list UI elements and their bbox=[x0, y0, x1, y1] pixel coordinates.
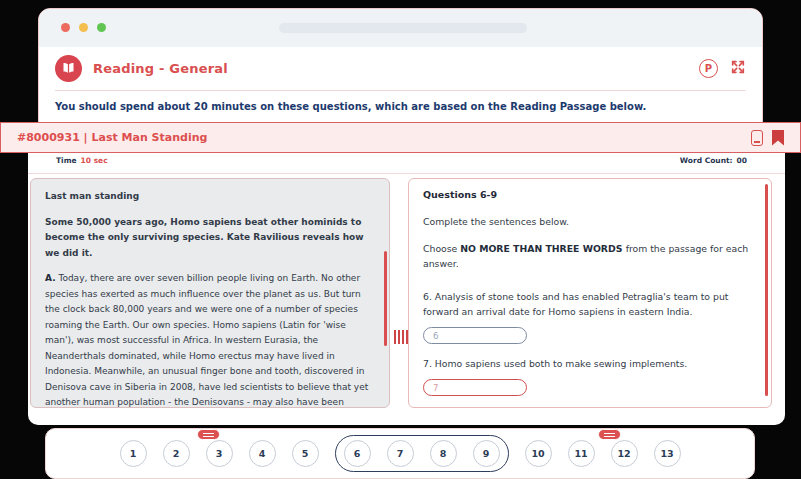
question-number-circle-8[interactable]: 8 bbox=[430, 440, 457, 467]
question-title-bar: #8000931 | Last Man Standing bbox=[0, 122, 801, 153]
passage-paragraph-a: A. Today, there are over seven billion p… bbox=[45, 271, 373, 408]
choose-emphasis: NO MORE THAN THREE WORDS bbox=[460, 243, 625, 254]
page-title: Reading - General bbox=[93, 61, 228, 76]
question-number-circle-4[interactable]: 4 bbox=[249, 440, 276, 467]
panel-resize-grip[interactable] bbox=[394, 330, 408, 344]
minimize-window-icon[interactable] bbox=[79, 23, 88, 32]
test-instruction: You should spend about 20 minutes on the… bbox=[55, 91, 746, 112]
question-number-circle-12[interactable]: 12 bbox=[611, 440, 638, 467]
question-number-circle-11[interactable]: 11 bbox=[568, 440, 595, 467]
question-number-circle-5[interactable]: 5 bbox=[292, 440, 319, 467]
close-window-icon[interactable] bbox=[61, 23, 70, 32]
question-number-circle-13[interactable]: 13 bbox=[654, 440, 681, 467]
word-count-value: 00 bbox=[737, 156, 747, 173]
questions-heading: Questions 6-9 bbox=[423, 189, 753, 200]
p-badge-icon[interactable]: P bbox=[699, 59, 718, 78]
question-pagination-bar: 12345678910111213 bbox=[45, 428, 755, 479]
window-controls bbox=[61, 23, 106, 32]
passage-title: Last man standing bbox=[45, 189, 373, 205]
question-7-text: 7. Homo sapiens used both to make sewing… bbox=[423, 356, 753, 371]
questions-drag-handle[interactable] bbox=[598, 429, 621, 440]
word-count: Word Count: 00 bbox=[680, 156, 747, 173]
paragraph-label: A. bbox=[45, 273, 56, 283]
word-limit-instruction: Choose NO MORE THAN THREE WORDS from the… bbox=[423, 241, 753, 271]
bookmark-icon[interactable] bbox=[772, 130, 784, 146]
time-value: 10 sec bbox=[81, 156, 108, 173]
window-titlebar bbox=[39, 9, 762, 47]
panels-area: Last man standing Some 50,000 years ago,… bbox=[28, 178, 785, 408]
meta-row: Time 10 sec Word Count: 00 bbox=[28, 152, 785, 174]
time-label: Time bbox=[56, 156, 77, 173]
book-icon bbox=[55, 55, 82, 82]
question-6-text: 6. Analysis of stone tools and has enabl… bbox=[423, 289, 753, 319]
maximize-window-icon[interactable] bbox=[97, 23, 106, 32]
fullscreen-icon[interactable] bbox=[730, 59, 746, 79]
question-number-circle-2[interactable]: 2 bbox=[163, 440, 190, 467]
question-number-circle-10[interactable]: 10 bbox=[525, 440, 552, 467]
exam-card: Time 10 sec Word Count: 00 Last man stan… bbox=[28, 152, 785, 425]
question-number-circle-7[interactable]: 7 bbox=[387, 440, 414, 467]
questions-scrollbar[interactable] bbox=[765, 184, 769, 396]
device-icon[interactable] bbox=[751, 130, 763, 146]
pagination-row: 12345678910111213 bbox=[120, 435, 681, 472]
question-number-circle-6[interactable]: 6 bbox=[344, 440, 371, 467]
questions-panel[interactable]: Questions 6-9 Complete the sentences bel… bbox=[408, 178, 772, 408]
answer-input-6[interactable] bbox=[423, 327, 527, 344]
question-number-circle-3[interactable]: 3 bbox=[206, 440, 233, 467]
question-number-circle-1[interactable]: 1 bbox=[120, 440, 147, 467]
address-bar-placeholder bbox=[279, 23, 527, 33]
word-count-label: Word Count: bbox=[680, 156, 733, 173]
active-question-group: 6789 bbox=[335, 435, 509, 472]
paragraph-text: Today, there are over seven billion peop… bbox=[45, 273, 368, 408]
question-id-title: #8000931 | Last Man Standing bbox=[17, 131, 207, 144]
questions-instruction: Complete the sentences below. bbox=[423, 214, 753, 229]
choose-prefix: Choose bbox=[423, 243, 460, 254]
answer-input-7[interactable] bbox=[423, 379, 527, 396]
question-number-circle-9[interactable]: 9 bbox=[473, 440, 500, 467]
timer: Time 10 sec bbox=[56, 156, 108, 173]
passage-drag-handle[interactable] bbox=[197, 429, 220, 440]
passage-intro: Some 50,000 years ago, Homo sapiens beat… bbox=[45, 215, 373, 262]
module-header: Reading - General P bbox=[55, 47, 746, 91]
passage-scrollbar[interactable] bbox=[384, 251, 387, 346]
reading-passage-panel[interactable]: Last man standing Some 50,000 years ago,… bbox=[30, 178, 390, 408]
